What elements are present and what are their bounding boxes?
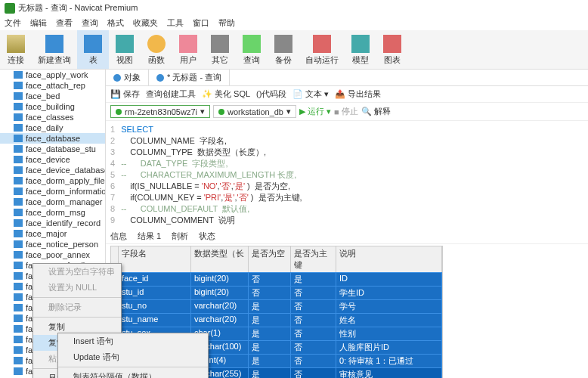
toolbar-用户[interactable]: 用户 <box>172 30 204 69</box>
sub-tab-data[interactable]: 制表符分隔值（数据） <box>58 369 208 378</box>
tree-item[interactable]: face_identify_record <box>0 218 105 228</box>
tree-item[interactable]: face_building <box>0 101 105 112</box>
main-toolbar: 连接新建查询表视图函数用户其它查询备份自动运行模型图表 <box>0 30 588 70</box>
toolbar-备份[interactable]: 备份 <box>268 30 299 69</box>
sub-update[interactable]: Update 语句 <box>58 349 208 365</box>
menu-item[interactable]: 窗口 <box>193 17 209 29</box>
table-icon <box>14 156 23 163</box>
table-icon <box>14 82 23 89</box>
col-type[interactable]: 数据类型（长 <box>191 246 249 272</box>
table-icon <box>14 251 23 259</box>
run-button[interactable]: ▶ 运行 ▾ <box>299 106 331 117</box>
tab-info[interactable]: 信息 <box>110 231 127 242</box>
ctx-delete[interactable]: 删除记录 <box>33 299 121 315</box>
tab-objects[interactable]: 对象 <box>106 70 149 85</box>
tree-item[interactable]: face_notice_person <box>0 239 105 249</box>
table-icon <box>14 166 23 174</box>
toolbar-连接[interactable]: 连接 <box>0 30 32 69</box>
table-icon <box>14 325 23 333</box>
tree-item[interactable]: face_major <box>0 228 105 239</box>
ctx-set-blank[interactable]: 设置为空白字符串 <box>33 264 121 280</box>
table-icon <box>14 71 23 79</box>
window-title: 无标题 - 查询 - Navicat Premium <box>18 2 138 14</box>
table-icon <box>14 219 23 227</box>
tree-item[interactable]: face_device <box>0 154 105 165</box>
tab-profile[interactable]: 剖析 <box>172 231 188 242</box>
tree-item[interactable]: face_poor_annex <box>0 249 105 260</box>
query-builder-button[interactable]: 查询创建工具 <box>146 88 196 100</box>
table-icon <box>14 135 23 142</box>
col-comment[interactable]: 说明 <box>336 246 442 272</box>
sql-editor[interactable]: 123456789 SELECT COLUMN_NAME 字段名, COLUMN… <box>106 121 588 229</box>
menu-item[interactable]: 查看 <box>56 17 73 29</box>
tree-item[interactable]: face_classes <box>0 112 105 122</box>
table-icon <box>14 272 23 280</box>
menu-item[interactable]: 文件 <box>5 17 21 29</box>
table-icon <box>14 145 23 153</box>
menu-item[interactable]: 收藏夹 <box>133 17 158 29</box>
col-pk[interactable]: 是否为主键 <box>291 246 336 272</box>
export-button[interactable]: 📤导出结果 <box>335 88 381 100</box>
tree-item[interactable]: face_dorm_manager <box>0 197 105 207</box>
toolbar-自动运行[interactable]: 自动运行 <box>299 30 345 69</box>
table-icon <box>14 314 23 322</box>
tree-item[interactable]: face_database <box>0 133 105 144</box>
toolbar-其它[interactable]: 其它 <box>204 30 236 69</box>
table-icon <box>14 336 23 343</box>
chevron-down-icon: ▾ <box>286 107 291 116</box>
explain-button[interactable]: 🔍解释 <box>361 106 391 117</box>
menu-item[interactable]: 帮助 <box>218 17 235 29</box>
table-icon <box>14 357 23 364</box>
tree-item[interactable]: face_database_stu <box>0 144 105 154</box>
toolbar-新建查询[interactable]: 新建查询 <box>32 30 77 69</box>
tab-result[interactable]: 结果 1 <box>138 231 161 242</box>
table-row[interactable]: stu_novarchar(20)是否学号 <box>111 299 442 313</box>
table-icon <box>14 177 23 184</box>
tree-item[interactable]: face_apply_work <box>0 70 105 80</box>
table-icon <box>14 198 23 206</box>
tree-item[interactable]: face_attach_rep <box>0 80 105 91</box>
menu-item[interactable]: 编辑 <box>30 17 47 29</box>
toolbar-模型[interactable]: 模型 <box>345 30 376 69</box>
server-select[interactable]: rm-2zetn83n05wz7i ▾ <box>110 105 210 118</box>
toolbar-表[interactable]: 表 <box>77 30 109 69</box>
table-icon <box>14 283 23 290</box>
tree-item[interactable]: face_dorm_msg <box>0 207 105 218</box>
menu-item[interactable]: 查询 <box>82 17 98 29</box>
database-select[interactable]: workstation_db ▾ <box>213 105 296 118</box>
text-mode-button[interactable]: 📄 文本 ▾ <box>292 88 329 100</box>
save-button[interactable]: 💾 保存 <box>110 88 140 100</box>
ctx-set-null[interactable]: 设置为 NULL <box>33 280 121 296</box>
tree-item[interactable]: face_dorm_apply_file <box>0 175 105 186</box>
table-icon <box>14 230 23 237</box>
tree-item[interactable]: face_daily <box>0 122 105 133</box>
sub-insert[interactable]: Insert 语句 <box>58 333 208 349</box>
tab-query[interactable]: * 无标题 - 查询 <box>149 70 230 85</box>
beautify-sql-button[interactable]: ✨美化 SQL <box>202 88 250 100</box>
menu-bar: 文件编辑查看查询格式收藏夹工具窗口帮助 <box>0 16 588 30</box>
tab-status[interactable]: 状态 <box>199 231 215 242</box>
table-icon <box>14 124 23 132</box>
table-icon <box>14 346 23 354</box>
table-icon <box>14 293 23 301</box>
toolbar-函数[interactable]: 函数 <box>141 30 172 69</box>
col-field[interactable]: 字段名 <box>119 246 191 272</box>
table-row[interactable]: stu_namevarchar(20)是否姓名 <box>111 313 442 327</box>
menu-item[interactable]: 工具 <box>167 17 184 29</box>
table-row[interactable]: face_idbigint(20)否是ID <box>111 272 442 286</box>
menu-item[interactable]: 格式 <box>107 17 124 29</box>
snippet-button[interactable]: ()代码段 <box>256 88 286 100</box>
table-icon <box>14 187 23 195</box>
stop-button[interactable]: ■ 停止 <box>334 106 358 117</box>
table-icon <box>14 367 23 375</box>
col-null[interactable]: 是否为空 <box>249 246 291 272</box>
tree-item[interactable]: face_device_database <box>0 165 105 175</box>
toolbar-图表[interactable]: 图表 <box>376 30 408 69</box>
toolbar-查询[interactable]: 查询 <box>236 30 268 69</box>
tree-item[interactable]: face_dorm_information <box>0 186 105 197</box>
toolbar-视图[interactable]: 视图 <box>109 30 141 69</box>
table-row[interactable]: stu_idbigint(20)否否学生ID <box>111 286 442 299</box>
table-icon <box>14 262 23 269</box>
tree-item[interactable]: face_bed <box>0 91 105 101</box>
table-icon <box>14 209 23 216</box>
